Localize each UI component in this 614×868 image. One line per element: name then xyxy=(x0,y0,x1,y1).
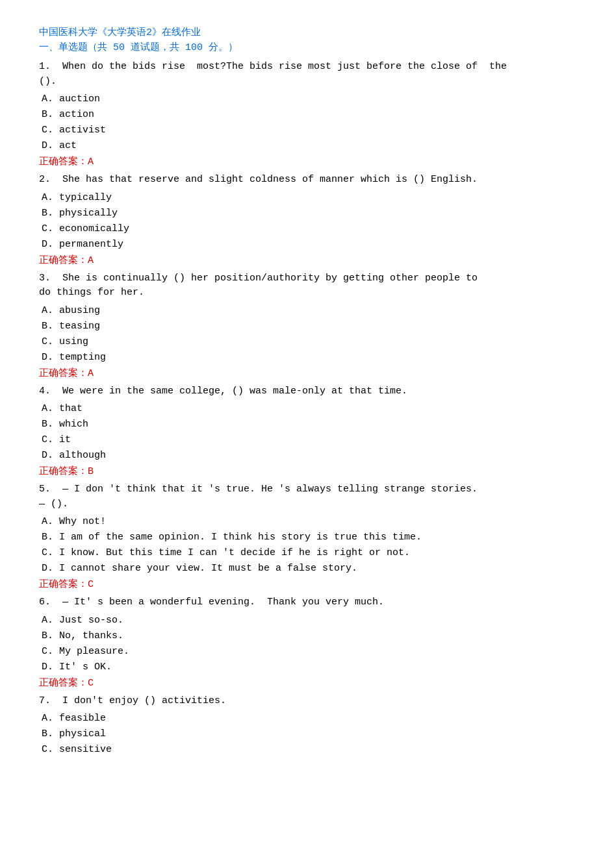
correct-answer: 正确答案：A xyxy=(39,367,575,379)
option-item: A. Why not! xyxy=(42,514,575,530)
option-item: D. act xyxy=(42,138,575,154)
question-block: 4. We were in the same college, () was m… xyxy=(39,384,575,478)
question-block: 1. When do the bids rise most?The bids r… xyxy=(39,60,575,167)
correct-answer: 正确答案：B xyxy=(39,465,575,477)
question-block: 6. — It' s been a wonderful evening. Tha… xyxy=(39,595,575,689)
correct-answer: 正确答案：A xyxy=(39,155,575,167)
section-title: 一、单选题（共 50 道试题，共 100 分。） xyxy=(39,41,575,53)
option-item: A. feasible xyxy=(42,711,575,726)
option-item: C. using xyxy=(42,334,575,350)
option-item: C. activist xyxy=(42,123,575,138)
option-item: D. tempting xyxy=(42,350,575,366)
option-item: C. sensitive xyxy=(42,742,575,758)
question-text: 3. She is continually () her position/au… xyxy=(39,271,575,301)
option-item: B. which xyxy=(42,417,575,432)
option-item: A. auction xyxy=(42,92,575,107)
option-item: B. physical xyxy=(42,726,575,742)
option-item: A. typically xyxy=(42,190,575,206)
question-block: 7. I don't enjoy () activities.A. feasib… xyxy=(39,694,575,758)
question-text: 2. She has that reserve and slight coldn… xyxy=(39,173,575,188)
option-item: C. it xyxy=(42,432,575,448)
option-item: D. although xyxy=(42,448,575,464)
page-title: 中国医科大学《大学英语2》在线作业 xyxy=(39,26,575,38)
question-text: 4. We were in the same college, () was m… xyxy=(39,384,575,399)
option-item: D. It' s OK. xyxy=(42,660,575,675)
question-text: 7. I don't enjoy () activities. xyxy=(39,694,575,709)
option-item: B. teasing xyxy=(42,319,575,334)
option-item: D. permanently xyxy=(42,237,575,253)
option-item: D. I cannot share your view. It must be … xyxy=(42,561,575,577)
option-item: A. Just so-so. xyxy=(42,613,575,628)
correct-answer: 正确答案：A xyxy=(39,254,575,266)
question-text: 5. — I don 't think that it 's true. He … xyxy=(39,482,575,512)
question-block: 3. She is continually () her position/au… xyxy=(39,271,575,379)
option-item: B. action xyxy=(42,107,575,123)
correct-answer: 正确答案：C xyxy=(39,676,575,689)
option-item: C. I know. But this time I can 't decide… xyxy=(42,545,575,561)
option-item: A. that xyxy=(42,401,575,417)
question-text: 1. When do the bids rise most?The bids r… xyxy=(39,60,575,89)
correct-answer: 正确答案：C xyxy=(39,578,575,590)
option-item: B. No, thanks. xyxy=(42,628,575,644)
question-block: 5. — I don 't think that it 's true. He … xyxy=(39,482,575,590)
question-block: 2. She has that reserve and slight coldn… xyxy=(39,173,575,266)
option-item: C. economically xyxy=(42,221,575,237)
option-item: C. My pleasure. xyxy=(42,644,575,660)
option-item: B. physically xyxy=(42,206,575,221)
option-item: B. I am of the same opinion. I think his… xyxy=(42,530,575,545)
question-text: 6. — It' s been a wonderful evening. Tha… xyxy=(39,595,575,610)
option-item: A. abusing xyxy=(42,303,575,319)
questions-container: 1. When do the bids rise most?The bids r… xyxy=(39,60,575,758)
